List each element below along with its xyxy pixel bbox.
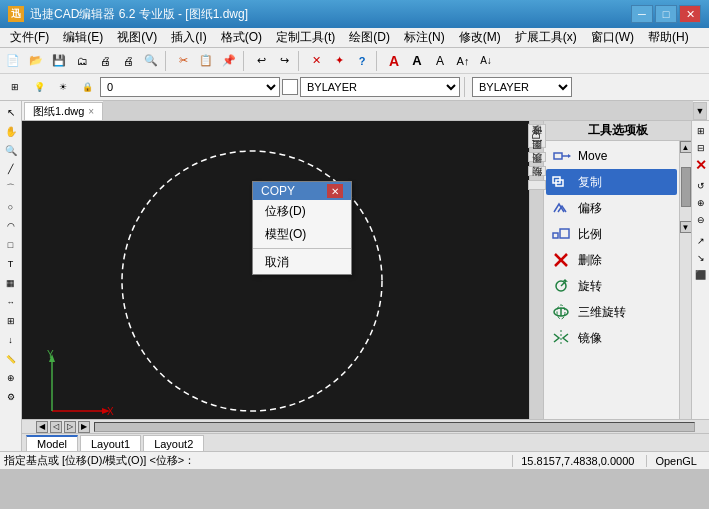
print2-button[interactable]: 🖨	[117, 50, 139, 72]
context-menu-item-2[interactable]: 取消	[253, 251, 351, 274]
fr-btn-close[interactable]: ✕	[693, 157, 709, 173]
polyline-tool[interactable]: ⌒	[2, 179, 20, 197]
undo-button[interactable]: ↩	[250, 50, 272, 72]
layer-props-button[interactable]: ⊞	[4, 76, 26, 98]
arc-tool[interactable]: ◠	[2, 217, 20, 235]
help-button[interactable]: ?	[351, 50, 373, 72]
minimize-button[interactable]: ─	[631, 5, 653, 23]
tool-item-scale[interactable]: 比例	[546, 221, 677, 247]
tab-scroll-button[interactable]: ▼	[693, 102, 707, 120]
delete-red-button[interactable]: ✕	[305, 50, 327, 72]
scale-icon	[550, 223, 572, 245]
hatch-tool[interactable]: ▦	[2, 274, 20, 292]
menu-format[interactable]: 格式(O)	[215, 27, 268, 48]
select-tool[interactable]: ↖	[2, 103, 20, 121]
fr-btn-8[interactable]: ⬛	[693, 267, 709, 283]
scroll-back-button[interactable]: ◁	[50, 421, 62, 433]
text-A5[interactable]: A↓	[475, 50, 497, 72]
fr-btn-2[interactable]: ⊟	[693, 140, 709, 156]
tab-model[interactable]: Model	[26, 435, 78, 451]
explode-button[interactable]: ✦	[328, 50, 350, 72]
drawing-canvas[interactable]: X Y COPY ✕ 位移(D) 模型(O) 取消	[22, 121, 529, 419]
text-A1[interactable]: A	[383, 50, 405, 72]
fr-btn-6[interactable]: ↗	[693, 233, 709, 249]
text-A3[interactable]: A	[429, 50, 451, 72]
fr-btn-7[interactable]: ↘	[693, 250, 709, 266]
tab-layout1[interactable]: Layout1	[80, 435, 141, 451]
tool-item-delete[interactable]: 删除	[546, 247, 677, 273]
block-tool[interactable]: ⊞	[2, 312, 20, 330]
scroll-thumb[interactable]	[681, 167, 691, 207]
fr-btn-1[interactable]: ⊞	[693, 123, 709, 139]
linetype-dropdown[interactable]: BYLAYER	[300, 77, 460, 97]
menu-custom-tools[interactable]: 定制工具(t)	[270, 27, 341, 48]
save-button[interactable]: 💾	[48, 50, 70, 72]
tool-item-move[interactable]: Move	[546, 143, 677, 169]
menu-window[interactable]: 窗口(W)	[585, 27, 640, 48]
vert-tab-block[interactable]: 图块	[528, 166, 546, 176]
cut-button[interactable]: ✂	[172, 50, 194, 72]
menu-annotate[interactable]: 标注(N)	[398, 27, 451, 48]
dim-tool[interactable]: ↔	[2, 293, 20, 311]
saveas-button[interactable]: 🗂	[71, 50, 93, 72]
snap-tool[interactable]: ⊕	[2, 369, 20, 387]
layer-on-button[interactable]: 💡	[28, 76, 50, 98]
close-button[interactable]: ✕	[679, 5, 701, 23]
layer-dropdown[interactable]: 0	[100, 77, 280, 97]
menu-view[interactable]: 视图(V)	[111, 27, 163, 48]
vert-tab-draw[interactable]: 绘制	[528, 180, 546, 190]
text-A4[interactable]: A↑	[452, 50, 474, 72]
tool-item-offset[interactable]: 偏移	[546, 195, 677, 221]
preview-button[interactable]: 🔍	[140, 50, 162, 72]
print-button[interactable]: 🖨	[94, 50, 116, 72]
zoom-tool[interactable]: 🔍	[2, 141, 20, 159]
copy-button[interactable]: 📋	[195, 50, 217, 72]
layer-lock-button[interactable]: 🔒	[76, 76, 98, 98]
vert-tab-layer[interactable]: 图层	[528, 152, 546, 162]
insert-tool[interactable]: ↓	[2, 331, 20, 349]
tool-item-3drotate[interactable]: 三维旋转	[546, 299, 677, 325]
menu-draw[interactable]: 绘图(D)	[343, 27, 396, 48]
circle-tool[interactable]: ○	[2, 198, 20, 216]
new-button[interactable]: 📄	[2, 50, 24, 72]
tool-item-mirror[interactable]: 镜像	[546, 325, 677, 351]
menu-insert[interactable]: 插入(I)	[165, 27, 212, 48]
fr-btn-4[interactable]: ⊕	[693, 195, 709, 211]
text-A2[interactable]: A	[406, 50, 428, 72]
redo-button[interactable]: ↪	[273, 50, 295, 72]
paste-button[interactable]: 📌	[218, 50, 240, 72]
scroll-up-button[interactable]: ▲	[680, 141, 692, 153]
layer-freeze-button[interactable]: ☀	[52, 76, 74, 98]
drawing-tab[interactable]: 图纸1.dwg ×	[24, 102, 103, 120]
color-swatch[interactable]	[282, 79, 298, 95]
scroll-prev-button[interactable]: ◀	[36, 421, 48, 433]
tool-item-rotate[interactable]: 旋转	[546, 273, 677, 299]
vert-tab-modify[interactable]: 修改(D)	[528, 124, 546, 148]
fr-btn-3[interactable]: ↺	[693, 178, 709, 194]
menu-modify[interactable]: 修改(M)	[453, 27, 507, 48]
context-menu-item-0[interactable]: 位移(D)	[253, 200, 351, 223]
line-tool[interactable]: ╱	[2, 160, 20, 178]
extra-tool[interactable]: ⚙	[2, 388, 20, 406]
fr-btn-5[interactable]: ⊖	[693, 212, 709, 228]
scroll-down-button[interactable]: ▼	[680, 221, 692, 233]
text-tool[interactable]: T	[2, 255, 20, 273]
menu-edit[interactable]: 编辑(E)	[57, 27, 109, 48]
context-menu-item-1[interactable]: 模型(O)	[253, 223, 351, 246]
rect-tool[interactable]: □	[2, 236, 20, 254]
tab-layout2[interactable]: Layout2	[143, 435, 204, 451]
pan-tool[interactable]: ✋	[2, 122, 20, 140]
h-scroll-track[interactable]	[94, 422, 695, 432]
scroll-next-button[interactable]: ▶	[78, 421, 90, 433]
menu-extend[interactable]: 扩展工具(x)	[509, 27, 583, 48]
menu-file[interactable]: 文件(F)	[4, 27, 55, 48]
tool-item-copy[interactable]: 复制	[546, 169, 677, 195]
linecolor-dropdown[interactable]: BYLAYER	[472, 77, 572, 97]
measure-tool[interactable]: 📏	[2, 350, 20, 368]
maximize-button[interactable]: □	[655, 5, 677, 23]
scroll-fwd-button[interactable]: ▷	[64, 421, 76, 433]
open-button[interactable]: 📂	[25, 50, 47, 72]
menu-help[interactable]: 帮助(H)	[642, 27, 695, 48]
context-menu-close[interactable]: ✕	[327, 184, 343, 198]
tab-close-icon[interactable]: ×	[88, 106, 94, 117]
